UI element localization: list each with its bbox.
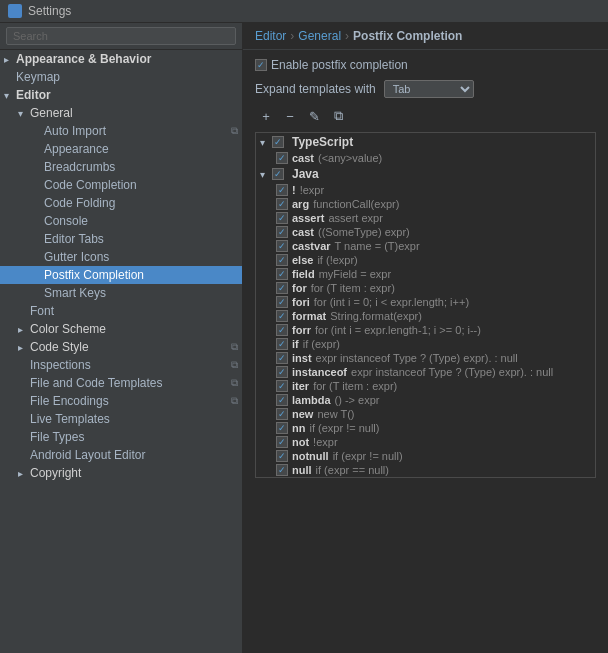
group-label: Java [292, 167, 319, 181]
sidebar-item-color-scheme[interactable]: ▸Color Scheme [0, 320, 242, 338]
item-checkbox[interactable] [276, 268, 288, 280]
template-group-java[interactable]: ▾Java [256, 165, 595, 183]
sidebar-item-font[interactable]: Font [0, 302, 242, 320]
sidebar-item-appearance[interactable]: Appearance [0, 140, 242, 158]
template-item[interactable]: forfor (T item : expr) [256, 281, 595, 295]
template-name: iter [292, 380, 309, 392]
sidebar-item-console[interactable]: Console [0, 212, 242, 230]
template-item[interactable]: !!expr [256, 183, 595, 197]
sidebar-item-file-encodings[interactable]: File Encodings⧉ [0, 392, 242, 410]
item-checkbox[interactable] [276, 338, 288, 350]
sidebar-item-copyright[interactable]: ▸Copyright [0, 464, 242, 482]
template-name: new [292, 408, 313, 420]
breadcrumb-link-1[interactable]: General [298, 29, 341, 43]
sidebar-item-label: Console [44, 214, 88, 228]
template-item[interactable]: castvarT name = (T)expr [256, 239, 595, 253]
template-desc: for (T item : expr) [313, 380, 397, 392]
item-checkbox[interactable] [276, 282, 288, 294]
item-checkbox[interactable] [276, 226, 288, 238]
item-checkbox[interactable] [276, 408, 288, 420]
item-checkbox[interactable] [276, 240, 288, 252]
item-checkbox[interactable] [276, 352, 288, 364]
template-name: nn [292, 422, 305, 434]
template-item[interactable]: argfunctionCall(expr) [256, 197, 595, 211]
remove-button[interactable]: − [279, 106, 301, 126]
sidebar-item-label: Android Layout Editor [30, 448, 145, 462]
template-group-typescript[interactable]: ▾TypeScript [256, 133, 595, 151]
template-item[interactable]: assertassert expr [256, 211, 595, 225]
sidebar-item-live-templates[interactable]: Live Templates [0, 410, 242, 428]
template-item[interactable]: forifor (int i = 0; i < expr.length; i++… [256, 295, 595, 309]
sidebar-item-smart-keys[interactable]: Smart Keys [0, 284, 242, 302]
expand-key-select[interactable]: TabEnterTab or Enter [384, 80, 474, 98]
template-item[interactable]: nullif (expr == null) [256, 463, 595, 477]
sidebar-item-code-style[interactable]: ▸Code Style⧉ [0, 338, 242, 356]
breadcrumb-link-0[interactable]: Editor [255, 29, 286, 43]
item-checkbox[interactable] [276, 310, 288, 322]
template-item[interactable]: notnullif (expr != null) [256, 449, 595, 463]
item-checkbox[interactable] [276, 296, 288, 308]
sidebar-item-inspections[interactable]: Inspections⧉ [0, 356, 242, 374]
sidebar-item-label: Copyright [30, 466, 81, 480]
sidebar-item-file-code-templates[interactable]: File and Code Templates⧉ [0, 374, 242, 392]
sidebar-item-keymap[interactable]: Keymap [0, 68, 242, 86]
template-desc: for (T item : expr) [311, 282, 395, 294]
template-item[interactable]: newnew T() [256, 407, 595, 421]
template-item[interactable]: not!expr [256, 435, 595, 449]
add-button[interactable]: + [255, 106, 277, 126]
template-item[interactable]: fieldmyField = expr [256, 267, 595, 281]
item-checkbox[interactable] [276, 380, 288, 392]
item-checkbox[interactable] [276, 464, 288, 476]
template-name: null [292, 464, 312, 476]
sidebar-item-postfix-completion[interactable]: Postfix Completion [0, 266, 242, 284]
sidebar-item-breadcrumbs[interactable]: Breadcrumbs [0, 158, 242, 176]
template-item[interactable]: forrfor (int i = expr.length-1; i >= 0; … [256, 323, 595, 337]
template-item[interactable]: elseif (!expr) [256, 253, 595, 267]
copy-button[interactable]: ⧉ [327, 106, 349, 126]
sidebar-item-code-completion[interactable]: Code Completion [0, 176, 242, 194]
template-item[interactable]: formatString.format(expr) [256, 309, 595, 323]
item-checkbox[interactable] [276, 436, 288, 448]
item-checkbox[interactable] [276, 366, 288, 378]
enable-postfix-checkbox[interactable]: Enable postfix completion [255, 58, 408, 72]
template-desc: if (expr != null) [309, 422, 379, 434]
sidebar-item-gutter-icons[interactable]: Gutter Icons [0, 248, 242, 266]
edit-button[interactable]: ✎ [303, 106, 325, 126]
template-name: inst [292, 352, 312, 364]
template-desc: !expr [313, 436, 337, 448]
sidebar-item-android-layout-editor[interactable]: Android Layout Editor [0, 446, 242, 464]
item-checkbox[interactable] [276, 212, 288, 224]
enable-checkbox-box [255, 59, 267, 71]
sidebar-item-editor-tabs[interactable]: Editor Tabs [0, 230, 242, 248]
sidebar-item-file-types[interactable]: File Types [0, 428, 242, 446]
search-input[interactable] [6, 27, 236, 45]
sidebar-item-general[interactable]: ▾General [0, 104, 242, 122]
template-desc: ((SomeType) expr) [318, 226, 410, 238]
item-checkbox[interactable] [276, 184, 288, 196]
template-item[interactable]: ifif (expr) [256, 337, 595, 351]
template-item[interactable]: instanceofexpr instanceof Type ? (Type) … [256, 365, 595, 379]
item-checkbox[interactable] [276, 324, 288, 336]
sidebar-item-code-folding[interactable]: Code Folding [0, 194, 242, 212]
template-name: instanceof [292, 366, 347, 378]
template-item[interactable]: cast((SomeType) expr) [256, 225, 595, 239]
item-checkbox[interactable] [276, 450, 288, 462]
sidebar-item-label: Editor [16, 88, 51, 102]
template-item[interactable]: nnif (expr != null) [256, 421, 595, 435]
template-item[interactable]: lambda() -> expr [256, 393, 595, 407]
sidebar-item-appearance-behavior[interactable]: ▸Appearance & Behavior [0, 50, 242, 68]
group-checkbox[interactable] [272, 168, 284, 180]
item-checkbox[interactable] [276, 422, 288, 434]
template-desc: expr instanceof Type ? (Type) expr). : n… [351, 366, 553, 378]
template-item[interactable]: iterfor (T item : expr) [256, 379, 595, 393]
item-checkbox[interactable] [276, 394, 288, 406]
template-item[interactable]: instexpr instanceof Type ? (Type) expr).… [256, 351, 595, 365]
item-checkbox[interactable] [276, 254, 288, 266]
enable-postfix-label: Enable postfix completion [271, 58, 408, 72]
sidebar-item-editor[interactable]: ▾Editor [0, 86, 242, 104]
item-checkbox[interactable] [276, 198, 288, 210]
group-checkbox[interactable] [272, 136, 284, 148]
sidebar-item-auto-import[interactable]: Auto Import⧉ [0, 122, 242, 140]
template-item[interactable]: cast(<any>value) [256, 151, 595, 165]
item-checkbox[interactable] [276, 152, 288, 164]
